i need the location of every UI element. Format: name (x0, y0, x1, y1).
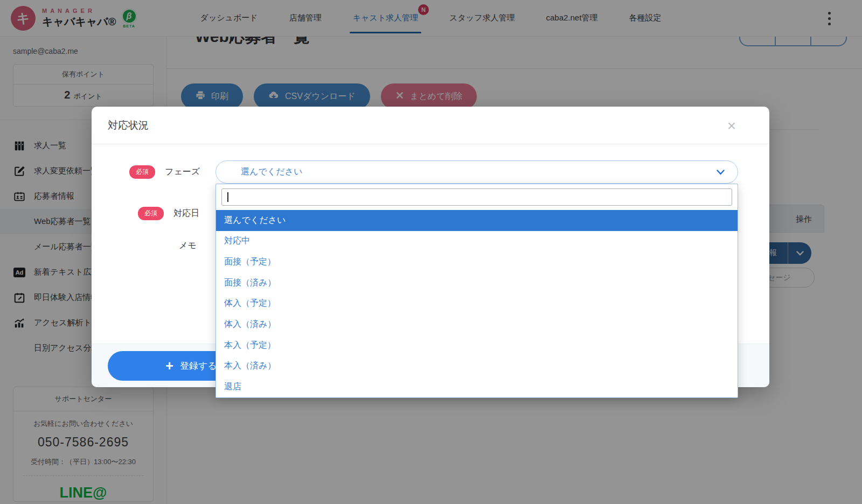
required-badge: 必須 (138, 207, 164, 220)
dropdown-option[interactable]: 面接（済み） (216, 272, 738, 293)
modal-header: 対応状況 (92, 107, 769, 144)
dropdown-options: 選んでください 対応中 面接（予定） 面接（済み） 体入（予定） 体入（済み） … (216, 210, 738, 397)
close-icon[interactable]: × (727, 118, 736, 134)
dropdown-option[interactable]: 本入（済み） (216, 356, 738, 377)
text-cursor (227, 192, 228, 202)
register-button-label: 登録する (180, 360, 217, 372)
date-field-label: 対応日 (173, 208, 199, 219)
modal-title: 対応状況 (108, 118, 149, 132)
phase-field-row: 必須 フェーズ (129, 160, 200, 184)
dropdown-search-input[interactable] (221, 188, 732, 206)
dropdown-search (216, 184, 738, 210)
chevron-down-icon (717, 167, 725, 177)
phase-select-value: 選んでください (241, 166, 302, 178)
plus-icon: + (165, 359, 173, 373)
dropdown-option[interactable]: 対応中 (216, 231, 738, 252)
phase-dropdown: 選んでください 対応中 面接（予定） 面接（済み） 体入（予定） 体入（済み） … (215, 184, 738, 398)
phase-select[interactable]: 選んでください (215, 160, 738, 184)
dropdown-option[interactable]: 体入（済み） (216, 314, 738, 335)
dropdown-option[interactable]: 体入（予定） (216, 293, 738, 314)
memo-field-label: メモ (179, 240, 197, 251)
dropdown-option[interactable]: 面接（予定） (216, 251, 738, 272)
dropdown-option[interactable]: 退店 (216, 376, 738, 397)
dropdown-option[interactable]: 選んでください (216, 210, 738, 231)
required-badge: 必須 (129, 165, 155, 179)
date-field-row: 必須 対応日 (138, 202, 199, 225)
dropdown-option[interactable]: 本入（予定） (216, 335, 738, 356)
phase-field-label: フェーズ (165, 166, 200, 178)
